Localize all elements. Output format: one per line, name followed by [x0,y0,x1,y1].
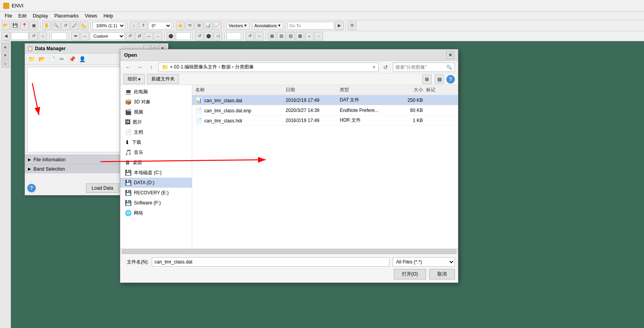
tb2-left3[interactable]: ◁ [214,32,222,40]
custom-select[interactable]: Custom [90,32,125,40]
tb2-refresh2[interactable]: ↺ [126,32,134,40]
tb2-arrow2[interactable]: ↔ [81,32,89,40]
select-btn[interactable]: ▣ [30,21,38,30]
od-tree-item-6[interactable]: 🎵音乐 [120,147,192,157]
dm-open-btn[interactable]: 📁 [27,55,36,63]
col-header-date[interactable]: 日期 [286,87,340,93]
dm-help-btn[interactable]: ? [27,184,36,192]
od-organize-btn[interactable]: 组织 ▾ [123,74,145,84]
od-tree-item-11[interactable]: 💾Software (F:) [120,198,192,208]
od-tree-item-0[interactable]: 💻此电脑 [120,87,192,97]
tb2-input3[interactable]: 10 [176,32,191,40]
strip-btn1[interactable]: ▲ [2,43,9,51]
tb2-arrows[interactable]: ⇄ [135,32,144,40]
od-cancel-btn[interactable]: 取消 [429,269,455,279]
grid-btn[interactable]: ⊞ [195,21,203,30]
tb2-img1[interactable]: ▦ [268,32,276,40]
menu-file[interactable]: File [2,12,15,19]
settings-btn[interactable]: ⚙ [348,21,356,30]
goto-input[interactable] [288,22,334,30]
tb2-circle4[interactable]: ○ [255,32,263,40]
od-filename-input[interactable] [152,257,390,267]
od-search-box[interactable]: 🔍 [393,63,455,72]
measure-btn[interactable]: 📐 [80,21,88,30]
col-header-type[interactable]: 类型 [340,87,394,93]
vectors-dropdown[interactable]: Vectors ▾ [226,22,249,30]
od-tree-item-7[interactable]: 🖥桌面 [120,157,192,167]
menu-help[interactable]: Help [100,12,116,19]
col-header-name[interactable]: 名称 [195,87,286,93]
nav-btn2[interactable]: ⇑ [139,21,147,30]
od-refresh-btn[interactable]: ↺ [381,63,390,72]
rotate-btn[interactable]: ↺ [61,21,70,30]
od-tree-item-10[interactable]: 💾RECOVERY (E:) [120,188,192,198]
chart-btn[interactable]: 📊 [204,21,212,30]
tb2-img5[interactable]: ▪ [305,32,314,40]
pan-btn[interactable]: ✋ [42,21,51,30]
goto-btn[interactable]: ▶ [335,21,344,30]
od-tree-item-1[interactable]: 📦3D 对象 [120,97,192,107]
od-help-btn[interactable]: ? [446,75,455,84]
od-close-btn[interactable]: ✕ [446,51,454,59]
tb2-img6[interactable]: ▫ [314,32,323,40]
dm-pin-btn[interactable]: 📌 [68,55,76,63]
strip-btn3[interactable]: + [2,60,9,68]
dm-folder-btn[interactable]: 📂 [37,55,46,63]
zoom-select[interactable]: 100% (1:1) [93,22,125,30]
od-view-btn1[interactable]: ⊞ [422,75,432,84]
od-file-row-0[interactable]: 📊can_tmr_class.dat 2016/2/19 17:49 DAT 文… [192,95,458,105]
tb2-circle2[interactable]: ⬤ [167,32,175,40]
od-tree-item-4[interactable]: 📄文档 [120,127,192,137]
tb2-img2[interactable]: ▧ [277,32,286,40]
tb2-input2[interactable]: 20 [51,32,67,40]
od-back-btn[interactable]: ← [123,63,133,72]
col-header-tag[interactable]: 标记 [426,87,455,93]
od-tree-item-12[interactable]: 🌐网络 [120,208,192,218]
dm-user-btn[interactable]: 👤 [78,55,86,63]
menu-display[interactable]: Display [30,12,51,19]
od-view-btn2[interactable]: ▤ [435,75,444,84]
od-tree-item-3[interactable]: 🖼图片 [120,117,192,127]
od-file-row-1[interactable]: 📄can_tmr_class.dat.enp 2020/3/27 14:39 E… [192,105,458,115]
od-open-btn[interactable]: 打开(O) [394,269,426,279]
od-file-row-2[interactable]: 📄can_tmr_class.hdr 2016/2/19 17:49 HDR 文… [192,115,458,126]
tb2-input4[interactable]: 0 [226,32,241,40]
zoom-in-btn[interactable]: 🔍 [52,21,60,30]
menu-placemarks[interactable]: Placemarks [51,12,82,19]
od-tree-item-2[interactable]: 🎬视频 [120,107,192,117]
map-area[interactable]: 📋 Data Manager — □ ✕ 📁 📂 📄 ✂ 📌 👤 ▶ [11,41,644,328]
hand-btn[interactable]: 👆 [176,21,184,30]
strip-btn2[interactable]: ▼ [2,51,9,59]
tb2-img4[interactable]: ▩ [296,32,304,40]
tb2-circle3[interactable]: ⬤ [204,32,213,40]
tb2-input1[interactable]: 50 [11,32,28,40]
menu-views[interactable]: Views [82,12,100,19]
dm-delete-btn[interactable]: ✂ [58,55,66,63]
open-file-btn[interactable]: 📂 [2,21,10,30]
od-horizontal-scrollbar[interactable] [122,249,456,254]
tb2-refresh3[interactable]: ↺ [195,32,204,40]
od-tree-item-9[interactable]: 💾DATA (D:) [120,178,192,188]
menu-edit[interactable]: Edit [15,12,30,19]
od-new-folder-btn[interactable]: 新建文件夹 [147,74,179,84]
pointer-btn[interactable]: 📍 [20,21,29,30]
col-header-size[interactable]: 大小 [394,87,426,93]
dm-load-data-btn[interactable]: Load Data [86,183,119,193]
od-tree-item-8[interactable]: 💾本地磁盘 (C:) [120,167,192,178]
annotations-dropdown[interactable]: Annotations ▾ [252,22,283,30]
tb2-dash2[interactable]: – [154,32,162,40]
tb2-circle[interactable]: ○ [39,32,47,40]
tb2-btn1[interactable]: ◀ [2,32,10,40]
od-filetype-select[interactable]: All Files (*.*) [393,257,455,267]
tb2-img3[interactable]: ▨ [286,32,295,40]
od-tree-item-5[interactable]: ⬇下载 [120,137,192,147]
nav-up-btn[interactable]: ↑ [130,21,138,30]
od-forward-btn[interactable]: → [135,63,144,72]
spectrum-btn[interactable]: 📈 [213,21,222,30]
od-search-input[interactable] [395,65,446,70]
dm-new-btn[interactable]: 📄 [47,55,56,63]
tb2-arrow1[interactable]: ⬅ [71,32,80,40]
rotation-select[interactable]: 0° [148,22,172,30]
tb2-dash[interactable]: — [144,32,153,40]
sync-btn[interactable]: ⟲ [185,21,194,30]
